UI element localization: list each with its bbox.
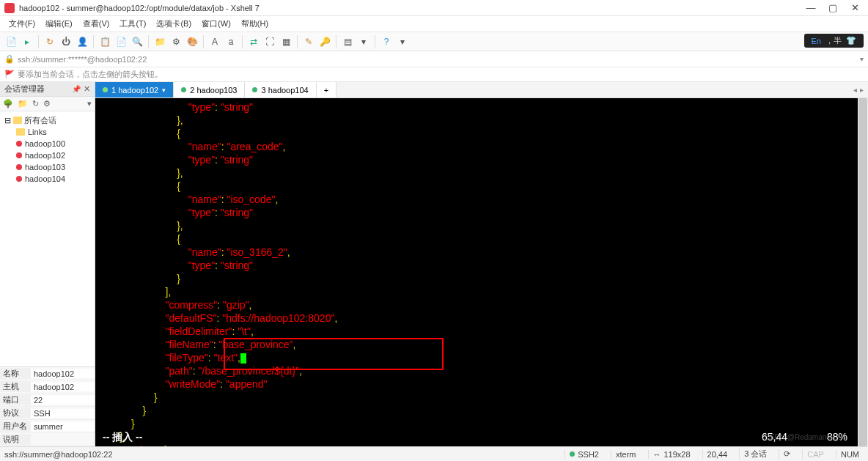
refresh-icon[interactable]: ↻ — [32, 99, 39, 108]
session-manager-header: 会话管理器 📌 ✕ — [0, 82, 95, 97]
session-icon — [16, 176, 22, 182]
status-bar: ssh://summer@hadoop102:22 SSH2 xterm ↔11… — [0, 446, 868, 461]
profile-icon[interactable]: 👤 — [76, 35, 89, 48]
session-tree: ⊟ 所有会话 Links hadoop100 hadoop102 hadoop1… — [0, 111, 95, 366]
title-bar: hadoop102 - summer@hadoop102:/opt/module… — [0, 0, 868, 16]
status-sync-icon[interactable]: ⟳ — [779, 449, 795, 459]
prop-value: summer — [31, 422, 95, 431]
ime-indicator[interactable]: En ，半 👕 — [804, 34, 864, 48]
new-session-icon[interactable]: 📄 — [4, 35, 18, 48]
separator — [38, 35, 39, 48]
session-hadoop100[interactable]: hadoop100 — [1, 138, 93, 150]
ime-mode: ，半 — [825, 35, 842, 46]
session-properties: 名称hadoop102 主机hadoop102 端口22 协议SSH 用户名su… — [0, 366, 95, 446]
scrollbar[interactable] — [858, 98, 868, 446]
minimize-button[interactable]: — — [806, 4, 815, 12]
window-title: hadoop102 - summer@hadoop102:/opt/module… — [19, 4, 806, 12]
status-dot-icon — [181, 87, 186, 92]
new-folder-icon[interactable]: 📁 — [18, 99, 28, 108]
pin-icon[interactable]: 📌 — [72, 85, 81, 93]
search-icon[interactable]: 🔍 — [130, 35, 144, 48]
copy-icon[interactable]: 📋 — [98, 35, 111, 48]
tab-nav: ◂ ▸ — [849, 82, 868, 97]
separator — [375, 35, 375, 48]
font-up-icon[interactable]: A — [208, 35, 221, 48]
prop-value: SSH — [31, 409, 95, 418]
status-cap: CAP — [802, 450, 828, 459]
tree-root[interactable]: ⊟ 所有会话 — [1, 114, 93, 126]
dropdown-icon[interactable]: ▾ — [357, 35, 370, 48]
panel-close-icon[interactable]: ✕ — [84, 84, 90, 94]
layout-icon[interactable]: ▦ — [279, 35, 293, 48]
separator — [242, 35, 243, 48]
menu-tab[interactable]: 选项卡(B) — [152, 17, 196, 31]
folder-icon[interactable]: 📁 — [153, 35, 166, 48]
address-text: ssh://summer:******@hadoop102:22 — [18, 55, 147, 64]
settings-icon[interactable]: ⚙ — [169, 35, 183, 48]
tab-dropdown-icon[interactable]: ▾ — [162, 86, 166, 94]
scrollbar-thumb[interactable] — [858, 98, 867, 446]
workspace: 会话管理器 📌 ✕ 🌳 📁 ↻ ⚙ ▾ ⊟ 所有会话 Links hadoop1… — [0, 82, 868, 446]
help-icon[interactable]: ? — [380, 35, 393, 48]
status-ssh: SSH2 — [564, 450, 603, 459]
menu-file[interactable]: 文件(F) — [4, 17, 40, 31]
font-down-icon[interactable]: a — [224, 35, 238, 48]
fullscreen-icon[interactable]: ⛶ — [263, 35, 276, 48]
tab-label: 2 hadoop103 — [190, 86, 237, 95]
tab-new-button[interactable]: + — [317, 82, 336, 97]
terminal[interactable]: "type": "string" }, { "name": "area_code… — [95, 98, 868, 446]
window-buttons: — ▢ ✕ — [806, 4, 859, 12]
hint-bar: 🚩 要添加当前会话，点击左侧的箭头按钮。 — [0, 67, 868, 82]
status-address: ssh://summer@hadoop102:22 — [4, 450, 557, 459]
open-icon[interactable]: ▸ — [21, 35, 34, 48]
tab-hadoop103[interactable]: 2 hadoop103 — [174, 82, 245, 97]
session-hadoop103[interactable]: hadoop103 — [1, 161, 93, 173]
status-sessions: 3 会话 — [739, 449, 771, 460]
address-dropdown-icon[interactable]: ▾ — [860, 55, 864, 63]
menu-view[interactable]: 查看(V) — [78, 17, 114, 31]
tab-label: 1 hadoop102 — [111, 86, 158, 95]
status-size: ↔119x28 — [648, 450, 695, 459]
tree-links[interactable]: Links — [1, 126, 93, 138]
xftp-icon[interactable]: ⇄ — [247, 35, 260, 48]
tab-hadoop102[interactable]: 1 hadoop102 ▾ — [95, 82, 174, 97]
folder-icon — [16, 128, 25, 136]
address-bar[interactable]: 🔒 ssh://summer:******@hadoop102:22 ▾ — [0, 51, 868, 67]
paste-icon[interactable]: 📄 — [114, 35, 128, 48]
status-dot-icon — [103, 87, 108, 92]
session-label: hadoop104 — [25, 174, 65, 183]
separator — [148, 35, 149, 48]
session-manager-title: 会话管理器 — [4, 84, 45, 95]
folder-icon — [13, 117, 22, 124]
menu-tools[interactable]: 工具(T) — [115, 17, 150, 31]
disconnect-icon[interactable]: ⏻ — [59, 35, 73, 48]
separator — [297, 35, 298, 48]
tab-next-icon[interactable]: ▸ — [860, 86, 864, 94]
tab-hadoop104[interactable]: 3 hadoop104 — [245, 82, 316, 97]
prop-key: 说明 — [0, 434, 31, 445]
menu-window[interactable]: 窗口(W) — [197, 17, 235, 31]
maximize-button[interactable]: ▢ — [828, 4, 837, 12]
reconnect-icon[interactable]: ↻ — [43, 35, 56, 48]
session-hadoop104[interactable]: hadoop104 — [1, 173, 93, 185]
status-size-label: 119x28 — [664, 450, 691, 459]
palette-icon[interactable]: 🎨 — [185, 35, 199, 48]
grid-icon[interactable]: ▤ — [341, 35, 354, 48]
highlight-icon[interactable]: ✎ — [302, 35, 315, 48]
filter-icon[interactable]: ⚙ — [43, 99, 51, 108]
session-manager-toolbar: 🌳 📁 ↻ ⚙ ▾ — [0, 97, 95, 111]
tool-dropdown-icon[interactable]: ▾ — [87, 99, 92, 108]
separator — [203, 35, 204, 48]
prop-port: 端口22 — [0, 394, 95, 407]
prop-name: 名称hadoop102 — [0, 367, 95, 380]
tree-toggle-icon[interactable]: 🌳 — [3, 99, 13, 108]
prop-value: hadoop102 — [31, 369, 95, 378]
dropdown2-icon[interactable]: ▾ — [396, 35, 409, 48]
key-icon[interactable]: 🔑 — [318, 35, 331, 48]
menu-help[interactable]: 帮助(H) — [237, 17, 273, 31]
close-button[interactable]: ✕ — [850, 4, 859, 12]
menu-edit[interactable]: 编辑(E) — [41, 17, 77, 31]
session-label: hadoop102 — [25, 151, 65, 160]
session-hadoop102[interactable]: hadoop102 — [1, 150, 93, 161]
tab-prev-icon[interactable]: ◂ — [853, 86, 857, 94]
